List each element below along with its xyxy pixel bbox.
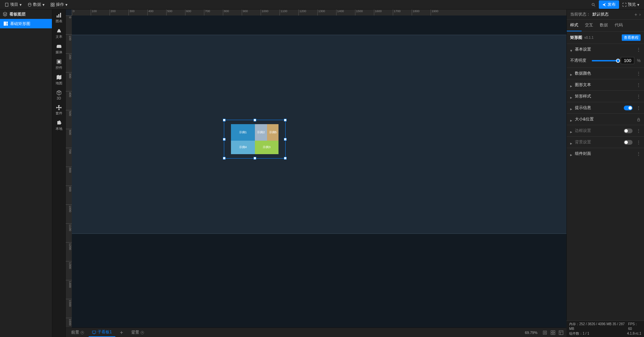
project-menu[interactable]: 项目 ▾ [2,0,24,9]
palette-3d-label: 3D [57,96,61,100]
palette-local-label: 本地 [56,127,62,131]
section-datacolor-header[interactable]: 数据颜色 ⋮ [567,68,644,79]
opacity-slider[interactable] [592,60,618,61]
tab-add[interactable]: + [117,328,126,337]
fit-icon[interactable] [542,330,548,335]
palette-3d[interactable]: 3D [56,90,62,100]
treemap-cell-2: 示例2 [255,124,267,141]
svg-rect-2 [51,3,52,4]
zoom-level[interactable]: 69.79% [525,331,537,335]
section-border-header[interactable]: 边框设置 ⋮ [567,125,644,136]
resize-handle-mr[interactable] [284,138,287,141]
palette-control[interactable]: 控件 [56,59,62,70]
media-icon [56,43,62,49]
plus-icon[interactable]: + [141,331,144,334]
state-row: 当前状态： 默认状态 + › [567,9,644,20]
resize-handle-tl[interactable] [223,119,226,121]
section-basic: 基本设置 ⋮ 不透明度 % [567,44,644,67]
treemap-icon [3,21,8,26]
ops-menu[interactable]: 操作 ▾ [48,0,70,9]
section-shapetext-header[interactable]: 图形文本 ⋮ [567,79,644,90]
more-icon[interactable]: ⋮ [637,94,641,99]
layout-icon[interactable] [558,330,564,335]
puzzle-icon [56,120,62,126]
section-basic-header[interactable]: 基本设置 ⋮ [567,44,644,55]
publish-button[interactable]: 发布 [599,0,619,9]
palette-map[interactable]: 地图 [56,74,62,86]
resize-handle-bl[interactable] [223,157,226,160]
tab-interact[interactable]: 交互 [582,20,596,31]
more-icon[interactable]: ⋮ [637,47,641,52]
section-bg-title: 背景设置 [575,139,622,145]
tab-style[interactable]: 样式 [567,20,582,31]
resize-handle-br[interactable] [284,157,287,160]
preview-menu[interactable]: 预览 ▾ [620,0,642,9]
bg-toggle[interactable] [624,140,633,145]
section-datacolor: 数据颜色 ⋮ [567,67,644,79]
search-icon [591,3,595,7]
tab-foreground[interactable]: 前景 + [68,328,87,337]
layer-item-rect[interactable]: 基础矩形图 [0,19,52,28]
resize-handle-tm[interactable] [254,119,256,121]
more-icon[interactable]: ⋮ [637,106,641,110]
opacity-input[interactable] [621,57,634,64]
cube-icon [56,90,62,96]
state-value[interactable]: 默认状态 [592,11,633,17]
more-icon[interactable]: ⋮ [637,83,641,87]
lock-icon[interactable] [637,117,641,121]
more-icon[interactable]: ⋮ [637,129,641,133]
project-label: 项目 [10,2,18,7]
svg-rect-15 [58,60,60,63]
count-label: 组件数： [569,332,583,335]
tab-background[interactable]: 背景 + [128,328,147,337]
grid-toggle-icon[interactable] [550,330,556,335]
section-rectstyle-header[interactable]: 矩形样式 ⋮ [567,91,644,102]
section-cover-header[interactable]: 组件封面 ⋮ [567,148,644,159]
search-button[interactable] [589,1,598,8]
resize-handle-bm[interactable] [254,157,256,160]
caret-right-icon [570,84,573,86]
layers-header[interactable]: 看板图层 [0,9,52,19]
chevron-right-icon[interactable]: › [639,12,641,17]
tab-data[interactable]: 数据 [596,20,611,31]
section-border: 边框设置 ⋮ [567,125,644,136]
canvas-viewport[interactable]: 示例1 示例2 示例5 示例4 示例3 [72,16,566,328]
plus-icon[interactable]: + [81,331,84,334]
palette-kit[interactable]: 套件 [56,104,62,116]
border-toggle[interactable] [624,129,633,133]
section-tooltip-title: 提示信息 [575,105,622,111]
add-state-button[interactable]: + [635,12,637,17]
section-sizepos-header[interactable]: 大小&位置 [567,114,644,125]
caret-right-icon [570,118,573,121]
more-icon[interactable]: ⋮ [637,151,641,156]
palette-local[interactable]: 本地 [56,120,62,131]
tooltip-toggle[interactable] [624,106,633,110]
selection-box[interactable]: 示例1 示例2 示例5 示例4 示例3 [224,120,286,159]
tab-subboard[interactable]: 子看板1 [89,328,115,337]
resize-handle-ml[interactable] [223,138,226,141]
text-icon [56,28,62,34]
palette-text[interactable]: 文本 [56,28,62,39]
ruler-horizontal: 0100200300400500600700800900100011001200… [72,9,566,16]
resize-handle-tr[interactable] [284,119,287,121]
artboard[interactable] [72,35,566,234]
more-icon[interactable]: ⋮ [637,140,641,145]
caret-right-icon [570,95,573,98]
svg-rect-22 [551,333,553,335]
more-icon[interactable]: ⋮ [637,71,641,76]
tab-code[interactable]: 代码 [611,20,626,31]
section-bg-header[interactable]: 背景设置 ⋮ [567,137,644,148]
slider-knob[interactable] [616,59,620,63]
section-tooltip-header[interactable]: 提示信息 ⋮ [567,102,644,113]
preview-label: 预览 [628,2,636,7]
tab-subboard-label: 子看板1 [97,329,112,335]
tutorial-link[interactable]: 查看教程 [622,34,641,41]
data-menu[interactable]: 数据 ▾ [25,0,47,9]
palette-chart[interactable]: 图表 [56,12,62,24]
chart-icon [56,12,62,18]
svg-rect-0 [5,3,8,6]
topbar-right: 发布 预览 ▾ [589,0,642,9]
palette-media[interactable]: 媒体 [56,43,62,55]
section-tooltip: 提示信息 ⋮ [567,102,644,113]
section-sizepos-title: 大小&位置 [575,116,635,122]
